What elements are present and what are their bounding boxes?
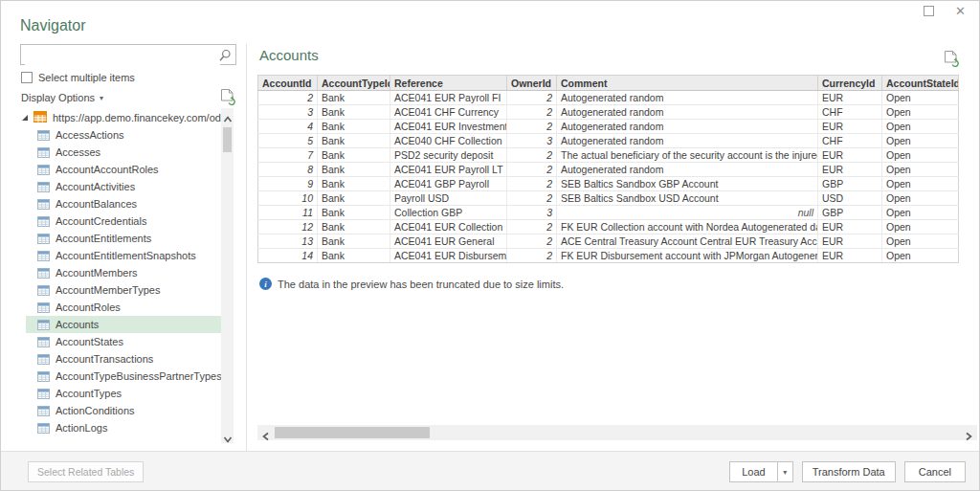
sidebar-item-label: AccountTypeBusinessPartnerTypes — [56, 370, 221, 382]
cell: 2 — [507, 249, 557, 263]
cell: Autogenerated random — [557, 120, 818, 134]
sidebar-item-AccountRoles[interactable]: AccountRoles — [26, 299, 221, 316]
sidebar-item-AccountTransactions[interactable]: AccountTransactions — [26, 350, 221, 368]
cell: Autogenerated random — [557, 105, 818, 120]
cell: ACE041 EUR Investment — [390, 120, 507, 134]
horizontal-scrollbar-thumb[interactable] — [275, 427, 430, 438]
tree-root-odata-source[interactable]: https://app.demo.financekey.com/odata [5… — [22, 108, 221, 126]
table-list: AccessActionsAccessesAccountAccountRoles… — [26, 126, 221, 436]
cell: 13 — [258, 234, 318, 249]
column-header-AccountTypeId: AccountTypeId — [318, 76, 390, 91]
table-row: 3BankACE041 CHF Currency2Autogenerated r… — [258, 105, 959, 120]
tree-expander-icon[interactable] — [22, 115, 28, 121]
load-dropdown-arrow[interactable]: ▾ — [777, 461, 793, 482]
sidebar-item-AccountEntitlements[interactable]: AccountEntitlements — [26, 230, 221, 247]
cell: 2 — [258, 91, 318, 105]
scroll-right-icon[interactable] — [964, 428, 973, 437]
table-row: 5BankACE040 CHF Collection3Autogenerated… — [258, 134, 959, 148]
preview-refresh-icon[interactable] — [944, 51, 959, 71]
transform-data-button[interactable]: Transform Data — [802, 461, 896, 482]
cell: 2 — [507, 148, 557, 163]
cancel-button[interactable]: Cancel — [904, 461, 966, 482]
cell: ACE040 CHF Collection — [390, 134, 507, 148]
table-row: 8BankACE041 EUR Payroll LT2Autogenerated… — [258, 163, 959, 177]
cell: 7 — [258, 148, 318, 163]
cell: USD — [818, 191, 882, 206]
sidebar-item-AccountAccountRoles[interactable]: AccountAccountRoles — [26, 161, 221, 178]
cell: Open — [882, 148, 959, 163]
scroll-up-icon[interactable] — [223, 111, 232, 121]
close-icon[interactable]: ✕ — [955, 6, 966, 16]
sidebar-item-label: AccountRoles — [56, 301, 121, 313]
select-related-tables-button[interactable]: Select Related Tables — [28, 461, 144, 482]
odata-source-icon — [33, 111, 47, 124]
sidebar-item-AccountBalances[interactable]: AccountBalances — [26, 195, 221, 212]
cell: EUR — [818, 163, 882, 177]
cell: Autogenerated random — [557, 134, 818, 148]
cell: The actual beneficiary of the security a… — [557, 148, 818, 163]
display-options-dropdown[interactable]: Display Options ▾ — [21, 92, 103, 103]
sidebar-item-AccountCredentials[interactable]: AccountCredentials — [26, 212, 221, 230]
cell: ACE041 EUR General — [390, 234, 507, 249]
cell: ACE Central Treasury Account Central EUR… — [557, 234, 818, 249]
table-icon — [37, 268, 50, 279]
sidebar-item-AccountTypes[interactable]: AccountTypes — [26, 385, 221, 402]
sidebar-item-ActionConditions[interactable]: ActionConditions — [26, 402, 221, 419]
cell: 3 — [507, 134, 557, 148]
cell: SEB Baltics Sandbox GBP Account — [557, 177, 818, 191]
cell: Bank — [318, 105, 390, 120]
sidebar-item-AccountEntitlementSnapshots[interactable]: AccountEntitlementSnapshots — [26, 247, 221, 264]
cell: Autogenerated random — [557, 91, 818, 105]
table-row: 10BankPayroll USD2SEB Baltics Sandbox US… — [258, 191, 959, 206]
sidebar-item-label: AccountStates — [56, 336, 123, 347]
search-box[interactable] — [20, 44, 236, 65]
table-row: 2BankACE041 EUR Payroll FI2Autogenerated… — [258, 91, 959, 105]
load-split-button[interactable]: Load ▾ — [729, 461, 792, 482]
sidebar-item-label: Accesses — [56, 146, 100, 158]
cell: Open — [882, 177, 959, 191]
cell: Bank — [318, 206, 390, 220]
table-icon — [37, 285, 50, 296]
cell: 12 — [258, 220, 318, 234]
cell: 3 — [258, 105, 318, 120]
cell: SEB Baltics Sandbox USD Account — [557, 191, 818, 206]
column-header-OwnerId: OwnerId — [507, 76, 557, 91]
table-icon — [37, 165, 50, 175]
cell: 9 — [258, 177, 318, 191]
load-button[interactable]: Load — [729, 461, 776, 482]
scroll-down-icon[interactable] — [223, 431, 232, 440]
sidebar-item-Accesses[interactable]: Accesses — [26, 144, 221, 161]
cell: Payroll USD — [390, 191, 507, 206]
scroll-left-icon[interactable] — [261, 428, 271, 437]
table-icon — [37, 130, 50, 141]
sidebar-item-AccountMemberTypes[interactable]: AccountMemberTypes — [26, 281, 221, 299]
table-icon — [37, 251, 50, 261]
cell: Bank — [318, 191, 390, 206]
table-row: 4BankACE041 EUR Investment2Autogenerated… — [258, 120, 959, 134]
sidebar-item-AccountStates[interactable]: AccountStates — [26, 333, 221, 350]
sidebar-item-ActionLogs[interactable]: ActionLogs — [26, 419, 221, 436]
sidebar-item-Accounts[interactable]: Accounts — [26, 316, 221, 333]
cell: Bank — [318, 120, 390, 134]
cell: GBP — [818, 177, 882, 191]
sidebar-scrollbar-thumb[interactable] — [223, 127, 232, 152]
sidebar-vertical-scrollbar[interactable] — [221, 108, 234, 443]
table-icon — [37, 371, 50, 382]
sidebar-item-label: AccountCredentials — [56, 215, 146, 227]
table-row: 7BankPSD2 security deposit2The actual be… — [258, 148, 959, 163]
search-input[interactable] — [25, 46, 220, 65]
cell: ACE041 EUR Payroll LT — [390, 163, 507, 177]
sidebar-refresh-icon[interactable] — [220, 89, 235, 109]
select-multiple-checkbox[interactable] — [21, 72, 33, 83]
footer-bar: Select Related Tables Load ▾ Transform D… — [1, 451, 980, 491]
cell: EUR — [818, 234, 882, 249]
sidebar-item-AccountMembers[interactable]: AccountMembers — [26, 264, 221, 281]
maximize-icon[interactable] — [924, 6, 934, 16]
sidebar-item-AccountTypeBusinessPartnerTypes[interactable]: AccountTypeBusinessPartnerTypes — [26, 368, 221, 385]
cell: 2 — [507, 91, 557, 105]
cell: 2 — [507, 234, 557, 249]
sidebar-item-label: AccountTransactions — [56, 353, 153, 365]
preview-horizontal-scrollbar[interactable] — [257, 425, 977, 440]
sidebar-item-AccountActivities[interactable]: AccountActivities — [26, 178, 221, 195]
sidebar-item-AccessActions[interactable]: AccessActions — [26, 126, 221, 144]
